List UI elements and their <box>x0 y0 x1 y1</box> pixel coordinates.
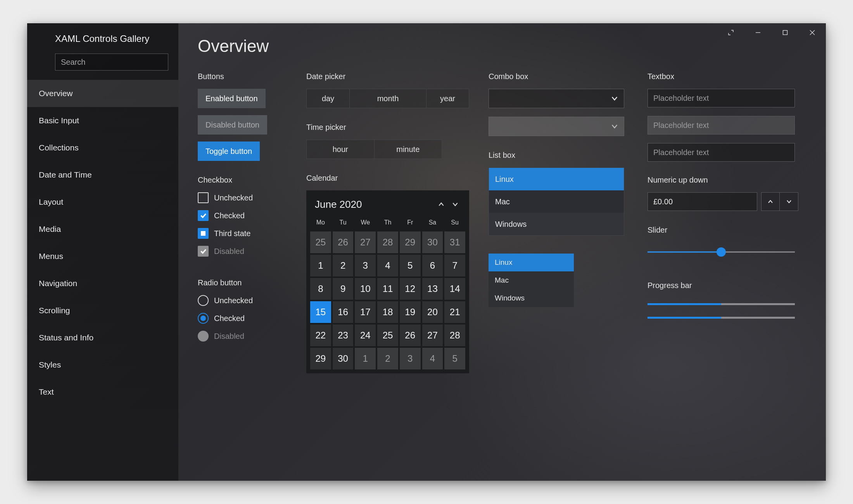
sidebar-item-text[interactable]: Text <box>27 378 178 406</box>
sidebar-item-basic-input[interactable]: Basic Input <box>27 107 178 134</box>
date-picker[interactable]: day month year <box>306 89 469 108</box>
radio-unchecked[interactable]: Unchecked <box>198 295 291 306</box>
list-box[interactable]: LinuxMacWindows <box>489 167 624 236</box>
section-time-picker: Time picker <box>306 123 473 132</box>
list-item[interactable]: Mac <box>489 190 624 213</box>
calendar-day[interactable]: 25 <box>377 324 398 346</box>
textbox-1[interactable] <box>648 89 795 107</box>
calendar-day[interactable]: 4 <box>377 255 398 276</box>
numeric-down-button[interactable] <box>780 192 798 211</box>
calendar-day[interactable]: 15 <box>310 301 331 323</box>
time-picker-minute[interactable]: minute <box>374 140 442 159</box>
calendar-day[interactable]: 24 <box>355 324 376 346</box>
slider[interactable] <box>648 246 795 258</box>
calendar-day[interactable]: 28 <box>377 231 398 253</box>
textbox-3[interactable] <box>648 143 795 162</box>
calendar-title[interactable]: June 2020 <box>315 198 434 211</box>
date-picker-year[interactable]: year <box>426 89 469 108</box>
calendar-day[interactable]: 7 <box>444 255 465 276</box>
calendar-day[interactable]: 26 <box>333 231 354 253</box>
calendar-day[interactable]: 14 <box>444 278 465 300</box>
disabled-button: Disabled button <box>198 115 267 135</box>
list-box-compact[interactable]: LinuxMacWindows <box>489 254 574 307</box>
sidebar-item-overview[interactable]: Overview <box>27 80 178 107</box>
radio-checked[interactable]: Checked <box>198 313 291 324</box>
calendar-day[interactable]: 18 <box>377 301 398 323</box>
calendar-day[interactable]: 10 <box>355 278 376 300</box>
radio-disabled: Disabled <box>198 331 291 342</box>
numeric-input[interactable] <box>648 192 757 211</box>
checkbox-third[interactable]: Third state <box>198 228 291 239</box>
numeric-up-down[interactable] <box>648 192 795 211</box>
calendar-day[interactable]: 28 <box>444 324 465 346</box>
calendar-day[interactable]: 17 <box>355 301 376 323</box>
calendar-day[interactable]: 30 <box>333 348 354 369</box>
calendar-day[interactable]: 30 <box>422 231 443 253</box>
calendar-day[interactable]: 20 <box>422 301 443 323</box>
calendar-day[interactable]: 3 <box>400 348 421 369</box>
checkbox-checked[interactable]: Checked <box>198 210 291 221</box>
calendar-day[interactable]: 11 <box>377 278 398 300</box>
fullscreen-button[interactable] <box>717 23 744 42</box>
calendar-day[interactable]: 29 <box>310 348 331 369</box>
calendar-day[interactable]: 16 <box>333 301 354 323</box>
enabled-button[interactable]: Enabled button <box>198 89 266 108</box>
list-item[interactable]: Linux <box>489 254 574 271</box>
list-item[interactable]: Mac <box>489 271 574 289</box>
sidebar-item-collections[interactable]: Collections <box>27 134 178 161</box>
calendar-day[interactable]: 2 <box>377 348 398 369</box>
date-picker-day[interactable]: day <box>307 89 349 108</box>
calendar-day[interactable]: 26 <box>400 324 421 346</box>
numeric-up-button[interactable] <box>761 192 780 211</box>
sidebar-item-styles[interactable]: Styles <box>27 351 178 378</box>
time-picker[interactable]: hour minute <box>306 140 442 159</box>
list-item[interactable]: Linux <box>489 168 624 190</box>
calendar-day[interactable]: 2 <box>333 255 354 276</box>
calendar-day[interactable]: 29 <box>400 231 421 253</box>
calendar-next-button[interactable] <box>448 197 462 211</box>
calendar-day[interactable]: 3 <box>355 255 376 276</box>
time-picker-hour[interactable]: hour <box>307 140 374 159</box>
section-buttons: Buttons <box>198 72 291 81</box>
maximize-button[interactable] <box>772 23 799 42</box>
calendar-day[interactable]: 27 <box>355 231 376 253</box>
sidebar-item-scrolling[interactable]: Scrolling <box>27 297 178 324</box>
calendar-day[interactable]: 21 <box>444 301 465 323</box>
calendar-day[interactable]: 22 <box>310 324 331 346</box>
list-item[interactable]: Windows <box>489 289 574 307</box>
calendar-day[interactable]: 19 <box>400 301 421 323</box>
sidebar-item-status-and-info[interactable]: Status and Info <box>27 324 178 351</box>
list-item[interactable]: Windows <box>489 213 624 235</box>
toggle-button[interactable]: Toggle button <box>198 142 260 161</box>
progress-fill <box>648 317 721 319</box>
page-title: Overview <box>198 36 806 56</box>
minimize-button[interactable] <box>744 23 772 42</box>
calendar-day[interactable]: 1 <box>355 348 376 369</box>
calendar-day[interactable]: 31 <box>444 231 465 253</box>
sidebar-item-date-and-time[interactable]: Date and Time <box>27 161 178 188</box>
calendar-day[interactable]: 12 <box>400 278 421 300</box>
calendar-day[interactable]: 1 <box>310 255 331 276</box>
close-button[interactable] <box>799 23 826 42</box>
sidebar-item-menus[interactable]: Menus <box>27 243 178 270</box>
calendar-day[interactable]: 13 <box>422 278 443 300</box>
calendar-day[interactable]: 6 <box>422 255 443 276</box>
calendar-day[interactable]: 9 <box>333 278 354 300</box>
sidebar-item-layout[interactable]: Layout <box>27 188 178 216</box>
combo-box[interactable] <box>489 89 624 108</box>
calendar-day[interactable]: 5 <box>444 348 465 369</box>
checkbox-unchecked[interactable]: Unchecked <box>198 192 291 203</box>
calendar-day[interactable]: 25 <box>310 231 331 253</box>
search-input[interactable] <box>55 54 168 71</box>
calendar-day[interactable]: 5 <box>400 255 421 276</box>
calendar-day[interactable]: 8 <box>310 278 331 300</box>
calendar-day[interactable]: 27 <box>422 324 443 346</box>
section-slider: Slider <box>648 226 803 235</box>
slider-thumb[interactable] <box>717 247 726 257</box>
calendar-prev-button[interactable] <box>434 197 448 211</box>
sidebar-item-navigation[interactable]: Navigation <box>27 270 178 297</box>
sidebar-item-media[interactable]: Media <box>27 216 178 243</box>
calendar-day[interactable]: 23 <box>333 324 354 346</box>
date-picker-month[interactable]: month <box>349 89 426 108</box>
calendar-day[interactable]: 4 <box>422 348 443 369</box>
